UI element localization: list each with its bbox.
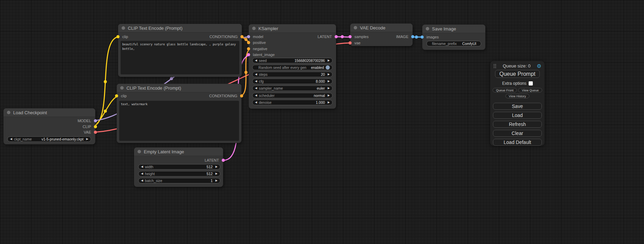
node-title-bar[interactable]: CLIP Text Encode (Prompt) (118, 24, 242, 33)
node-title-bar[interactable]: Empty Latent Image (134, 147, 223, 156)
slot-row: latent_image (249, 52, 336, 57)
slot-row: positive (249, 40, 336, 45)
queue-front-button[interactable]: Queue Front (493, 88, 517, 92)
collapse-dot-icon[interactable] (122, 26, 125, 30)
collapse-dot-icon[interactable] (138, 150, 141, 153)
node-load-checkpoint[interactable]: Load Checkpoint MODEL CLIP VAE ◀ ckpt_na… (3, 108, 95, 144)
widget-filename-prefix[interactable]: filename_prefix ComfyUI (426, 41, 481, 46)
refresh-button[interactable]: Refresh (493, 121, 542, 128)
widget-denoise[interactable]: ◀ denoise 1.000 ▶ (252, 100, 333, 105)
node-empty-latent-image[interactable]: Empty Latent Image LATENT ◀ width 512 ▶ … (134, 147, 223, 187)
toggle-knob-icon[interactable] (326, 65, 330, 70)
view-history-button[interactable]: View History (505, 94, 530, 98)
increment-arrow-icon[interactable]: ▶ (328, 87, 330, 90)
slot-row: samples IMAGE (350, 34, 413, 39)
slot-row: images (422, 34, 485, 40)
widget-width[interactable]: ◀ width 512 ▶ (138, 164, 220, 170)
decrement-arrow-icon[interactable]: ◀ (255, 73, 257, 76)
output-port-model[interactable] (94, 119, 97, 123)
node-vae-decode[interactable]: VAE Decode samples IMAGE vae (350, 24, 413, 46)
node-title: CLIP Text Encode (Prompt) (126, 85, 181, 91)
input-port-clip[interactable] (115, 94, 118, 98)
load-default-button[interactable]: Load Default (493, 139, 542, 146)
decrement-arrow-icon[interactable]: ◀ (141, 179, 143, 182)
input-port-model[interactable] (247, 35, 250, 38)
node-clip-text-encode-positive[interactable]: CLIP Text Encode (Prompt) clip CONDITION… (118, 24, 242, 77)
save-button[interactable]: Save (493, 103, 542, 110)
prompt-textarea[interactable]: beautiful scenery nature glass bottle la… (121, 41, 239, 74)
output-port-conditioning[interactable] (240, 94, 243, 98)
output-port-clip[interactable] (94, 125, 97, 128)
input-port-latent-image[interactable] (247, 53, 250, 56)
widget-random-seed-toggle[interactable]: Random seed after every gen enabled (252, 65, 333, 70)
node-title: Empty Latent Image (144, 149, 184, 154)
clear-button[interactable]: Clear (493, 130, 542, 137)
prompt-textarea[interactable]: text, watermark (119, 101, 239, 141)
decrement-arrow-icon[interactable]: ◀ (255, 87, 257, 90)
widget-seed[interactable]: ◀ seed 156680208700286 ▶ (252, 58, 333, 63)
decrement-arrow-icon[interactable]: ◀ (255, 80, 257, 83)
drag-handle-icon[interactable] (493, 64, 496, 68)
input-port-images[interactable] (421, 36, 424, 39)
decrement-arrow-icon[interactable]: ◀ (255, 101, 257, 104)
widget-cfg[interactable]: ◀ cfg 8.000 ▶ (252, 79, 333, 84)
decrement-arrow-icon[interactable]: ◀ (255, 59, 257, 62)
settings-gear-icon[interactable]: ⚙ (537, 63, 541, 69)
extra-options-label: Extra options (502, 81, 526, 86)
node-title-bar[interactable]: Load Checkpoint (3, 108, 95, 117)
node-clip-text-encode-negative[interactable]: CLIP Text Encode (Prompt) clip CONDITION… (117, 84, 241, 143)
increment-arrow-icon[interactable]: ▶ (215, 179, 218, 182)
node-title: VAE Decode (360, 25, 385, 30)
wire-midpoint-dot (341, 35, 344, 38)
input-port-samples[interactable] (349, 35, 352, 38)
input-port-negative[interactable] (247, 47, 250, 51)
increment-arrow-icon[interactable]: ▶ (215, 172, 218, 175)
output-port-conditioning[interactable] (240, 35, 244, 38)
widget-batch-size[interactable]: ◀ batch_size 1 ▶ (138, 178, 220, 183)
node-title-bar[interactable]: VAE Decode (350, 24, 413, 32)
extra-options-checkbox[interactable] (529, 81, 533, 85)
collapse-dot-icon[interactable] (252, 27, 256, 30)
node-title-bar[interactable]: KSampler (249, 24, 336, 33)
slot-row: clip CONDITIONING (118, 34, 242, 39)
output-port-vae[interactable] (94, 131, 97, 134)
increment-arrow-icon[interactable]: ▶ (328, 73, 330, 76)
increment-arrow-icon[interactable]: ▶ (328, 101, 330, 104)
increment-arrow-icon[interactable]: ▶ (328, 80, 330, 83)
node-title-bar[interactable]: Save Image (422, 25, 485, 33)
increment-arrow-icon[interactable]: ▶ (328, 94, 330, 97)
input-port-positive[interactable] (247, 41, 250, 44)
output-port-latent[interactable] (222, 159, 225, 162)
decrement-arrow-icon[interactable]: ◀ (141, 172, 143, 175)
decrement-arrow-icon[interactable]: ◀ (141, 165, 143, 168)
increment-arrow-icon[interactable]: ▶ (215, 165, 218, 168)
queue-prompt-button[interactable]: Queue Prompt (495, 70, 540, 78)
view-queue-button[interactable]: View Queue (518, 88, 542, 92)
widget-height[interactable]: ◀ height 512 ▶ (138, 171, 220, 177)
node-title: Save Image (432, 26, 456, 31)
node-save-image[interactable]: Save Image images filename_prefix ComfyU… (422, 25, 485, 50)
decrement-arrow-icon[interactable]: ◀ (255, 94, 257, 97)
widget-steps[interactable]: ◀ steps 20 ▶ (252, 72, 333, 77)
collapse-dot-icon[interactable] (426, 27, 429, 30)
input-port-vae[interactable] (349, 42, 352, 45)
collapse-dot-icon[interactable] (7, 111, 10, 114)
output-port-latent[interactable] (335, 35, 338, 38)
node-title: CLIP Text Encode (Prompt) (128, 26, 183, 31)
wire-midpoint-dot (104, 110, 107, 113)
decrement-arrow-icon[interactable]: ◀ (10, 138, 12, 141)
increment-arrow-icon[interactable]: ▶ (328, 59, 330, 62)
node-ksampler[interactable]: KSampler model LATENT positive negative … (249, 24, 336, 109)
wire-midpoint-dot (170, 77, 173, 80)
load-button[interactable]: Load (493, 112, 542, 119)
collapse-dot-icon[interactable] (120, 86, 124, 90)
widget-ckpt-name[interactable]: ◀ ckpt_name v1-5-pruned-emaonly.ckpt ▶ (7, 136, 91, 142)
output-port-image[interactable] (411, 35, 414, 38)
increment-arrow-icon[interactable]: ▶ (86, 138, 88, 141)
widget-scheduler[interactable]: ◀ scheduler normal ▶ (252, 93, 333, 98)
node-title-bar[interactable]: CLIP Text Encode (Prompt) (117, 84, 241, 92)
input-port-clip[interactable] (116, 35, 120, 38)
output-row: MODEL (3, 118, 95, 124)
widget-sampler-name[interactable]: ◀ sampler_name euler ▶ (252, 85, 333, 91)
collapse-dot-icon[interactable] (354, 26, 357, 29)
